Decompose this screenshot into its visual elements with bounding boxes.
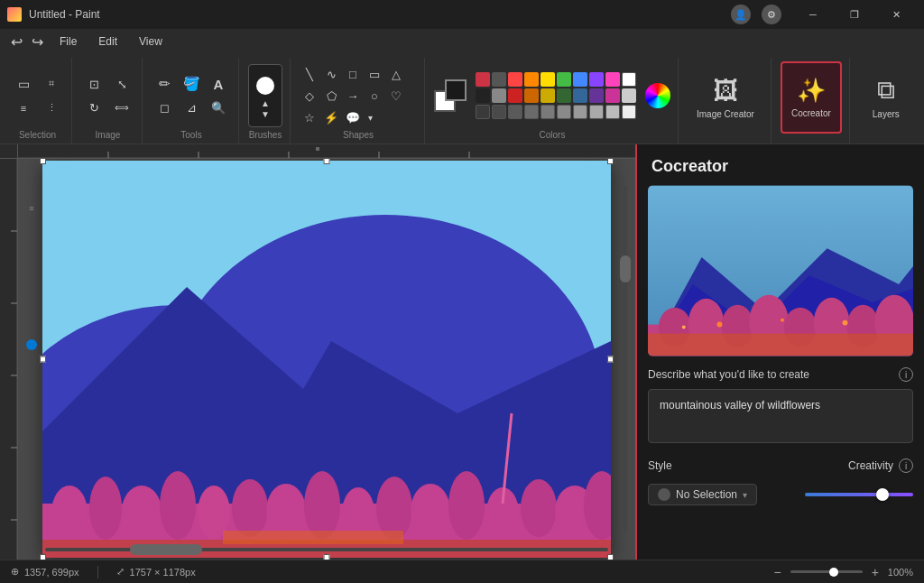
maximize-button[interactable]: ❐ — [834, 0, 875, 29]
cocreator-body: Describe what you'd like to create i mou… — [637, 367, 924, 560]
vscroll-thumb[interactable] — [620, 255, 631, 282]
swatch-t2[interactable] — [492, 105, 506, 119]
style-dropdown[interactable]: No Selection ▾ — [648, 484, 757, 505]
color1-box[interactable] — [445, 79, 467, 101]
handle-br[interactable] — [607, 554, 614, 560]
rect-tool[interactable]: □ — [343, 64, 363, 84]
cocreator-button[interactable]: ✨ Cocreator — [781, 61, 842, 134]
swatch-pink[interactable] — [605, 72, 620, 87]
swatch-green[interactable] — [557, 72, 571, 87]
diamond-tool[interactable]: ◇ — [300, 86, 319, 106]
zoom-out-button[interactable]: − — [770, 565, 784, 579]
eraser-tool[interactable]: ◻ — [152, 97, 177, 118]
color-selector — [434, 79, 467, 112]
color-picker-tool[interactable]: ⊿ — [179, 97, 204, 118]
speech-tool[interactable]: 💬 — [343, 107, 363, 127]
select-free-button[interactable]: ⌗ — [39, 73, 64, 95]
curve-tool[interactable]: ∿ — [321, 64, 341, 84]
swatch-yellow[interactable] — [541, 72, 555, 87]
swatch-black[interactable] — [476, 88, 490, 103]
zoom-thumb[interactable] — [829, 568, 838, 577]
handle-tl[interactable] — [40, 159, 46, 164]
settings-icon[interactable]: ⚙ — [762, 5, 781, 24]
swatch-t5[interactable] — [541, 105, 555, 119]
heart-tool[interactable]: ♡ — [386, 86, 406, 106]
menu-edit[interactable]: Edit — [89, 32, 126, 51]
swatch-gray[interactable] — [492, 72, 506, 87]
canvas-scroll-area[interactable]: ≡ — [18, 159, 635, 560]
undo-button[interactable]: ↩ — [7, 32, 26, 52]
swatch-dark-blue[interactable] — [573, 88, 587, 103]
swatch-mid-gray[interactable] — [492, 88, 506, 103]
handle-tc[interactable] — [324, 159, 330, 164]
swatch-white[interactable] — [622, 72, 636, 87]
swatch-purple[interactable] — [589, 72, 604, 87]
swatch-dark-orange[interactable] — [524, 88, 539, 103]
hscroll-thumb[interactable] — [130, 544, 202, 555]
lightning-tool[interactable]: ⚡ — [321, 107, 341, 127]
pencil-tool[interactable]: ✏ — [152, 73, 177, 95]
image-creator-button[interactable]: 🖼 Image Creator — [688, 61, 763, 134]
select-all-button[interactable]: ≡ — [11, 97, 36, 119]
fill-tool[interactable]: 🪣 — [179, 73, 204, 95]
select-rect-button[interactable]: ▭ — [11, 73, 36, 95]
brush-size-up[interactable]: ▲ — [259, 98, 272, 108]
swatch-dark-pink[interactable] — [605, 88, 620, 103]
swatch-t8[interactable] — [589, 105, 604, 119]
menu-file[interactable]: File — [51, 32, 86, 51]
creativity-track[interactable] — [805, 493, 913, 496]
color-wheel[interactable] — [645, 83, 670, 108]
arrow-tool[interactable]: → — [343, 86, 363, 106]
minimize-button[interactable]: ─ — [792, 0, 834, 29]
describe-info-icon[interactable]: i — [899, 367, 913, 382]
describe-input[interactable]: mountainous valley of wildflowers — [648, 389, 913, 443]
swatch-blue[interactable] — [573, 72, 587, 87]
swatch-bright-red[interactable] — [508, 72, 522, 87]
close-button[interactable]: ✕ — [875, 0, 917, 29]
star-tool[interactable]: ☆ — [300, 107, 319, 127]
dimensions-section: ⤢ 1757 × 1178px — [116, 566, 196, 578]
swatch-light-gray[interactable] — [622, 88, 636, 103]
swatch-t4[interactable] — [524, 105, 539, 119]
swatch-t9[interactable] — [605, 105, 620, 119]
swatch-t7[interactable] — [573, 105, 587, 119]
swatch-dark-yellow[interactable] — [541, 88, 555, 103]
zoom-section: − + 100% — [770, 565, 913, 579]
line-tool[interactable]: ╲ — [300, 64, 319, 84]
swatch-red[interactable] — [476, 72, 490, 87]
handle-ml[interactable] — [40, 356, 46, 363]
text-tool[interactable]: A — [206, 73, 231, 95]
triangle-tool[interactable]: △ — [386, 64, 406, 84]
opacity-thumb[interactable] — [26, 339, 37, 350]
swatch-orange[interactable] — [524, 72, 539, 87]
swatch-t10[interactable] — [622, 105, 636, 119]
swatch-t6[interactable] — [557, 105, 571, 119]
redo-button[interactable]: ↪ — [28, 32, 47, 52]
crop-button[interactable]: ⊡ — [81, 73, 106, 95]
handle-tr[interactable] — [607, 159, 614, 164]
swatch-dark-red[interactable] — [508, 88, 522, 103]
status-divider-1 — [97, 566, 98, 578]
more-shapes[interactable]: ▾ — [365, 107, 376, 127]
swatch-t1[interactable] — [476, 105, 490, 119]
handle-mr[interactable] — [607, 356, 614, 363]
canvas[interactable] — [42, 161, 611, 558]
account-icon[interactable]: 👤 — [731, 5, 751, 24]
select-options-button[interactable]: ⋮ — [39, 97, 64, 119]
creativity-info-icon[interactable]: i — [899, 458, 913, 473]
brush-size-down[interactable]: ▼ — [259, 109, 272, 119]
resize-button[interactable]: ⤡ — [109, 73, 134, 95]
zoom-in-button[interactable]: + — [868, 565, 882, 579]
zoom-tool[interactable]: 🔍 — [206, 97, 231, 118]
flip-button[interactable]: ⟺ — [109, 97, 134, 118]
menu-view[interactable]: View — [130, 32, 171, 51]
layers-button[interactable]: ⧉ Layers — [859, 61, 913, 134]
creativity-thumb[interactable] — [876, 488, 889, 501]
ellipse-tool[interactable]: ○ — [365, 86, 384, 106]
round-rect-tool[interactable]: ▭ — [365, 64, 384, 84]
swatch-dark-green[interactable] — [557, 88, 571, 103]
rotate-button[interactable]: ↻ — [81, 97, 106, 118]
swatch-t3[interactable] — [508, 105, 522, 119]
pentagon-tool[interactable]: ⬠ — [321, 86, 341, 106]
swatch-dark-purple[interactable] — [589, 88, 604, 103]
